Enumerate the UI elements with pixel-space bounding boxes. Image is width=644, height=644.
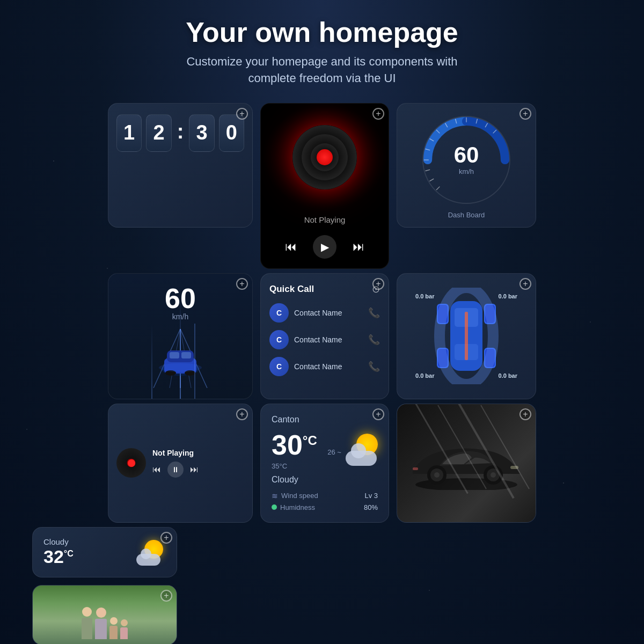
clock-hour-tens: 1 <box>116 114 142 152</box>
clock-min-ones: 0 <box>219 114 244 152</box>
car-speed-add-button[interactable]: + <box>236 278 248 290</box>
weather-small-add-button[interactable]: + <box>160 532 172 544</box>
weather-large-condition: Cloudy <box>272 475 378 485</box>
cloud-icon <box>346 451 377 466</box>
tire-visual: 0.0 bar 0.0 bar 0.0 bar 0.0 bar <box>413 288 520 384</box>
music-small-next[interactable]: ⏭ <box>190 465 199 474</box>
music-controls: ⏮ ▶ ⏭ <box>285 229 364 268</box>
car-speed-unit: km/h <box>172 312 188 321</box>
gauge-speed: 60 km/h <box>454 144 479 176</box>
humidity-label: Humidness <box>272 503 315 511</box>
contact-name-2: Contact Name <box>294 335 342 344</box>
family-figures <box>82 607 128 644</box>
qc-title: Quick Call <box>269 284 314 295</box>
contact-name-1: Contact Name <box>294 309 342 317</box>
contact-avatar-3: C <box>269 357 289 376</box>
figure-4 <box>120 619 128 639</box>
contact-row-2: C Contact Name 📞 <box>269 330 380 349</box>
svg-point-46 <box>491 472 496 478</box>
gauge-number: 60 <box>454 144 479 166</box>
clock-add-button[interactable]: + <box>236 108 248 120</box>
not-playing-label: Not Playing <box>304 215 346 224</box>
weather-small-widget: + Cloudy 32°C <box>32 527 177 577</box>
vinyl-record <box>292 125 357 189</box>
svg-rect-48 <box>413 467 418 470</box>
family-photo-widget: + <box>32 585 177 644</box>
weather-small-temp: 32°C <box>43 546 74 567</box>
tire-pressure-widget: + 0.0 bar 0.0 bar 0.0 bar 0.0 bar <box>397 273 536 399</box>
music-small-title: Not Playing <box>152 449 244 457</box>
weather-large-widget: + Canton 30°C 26 ~ 35°C Cloudy ≋ Wind sp… <box>260 404 389 523</box>
row-3: + Not Playing ⏮ ⏸ ⏭ + Canton 30°C 26 ~ 3… <box>0 399 644 523</box>
row-2: + 60 km/h <box>0 269 644 399</box>
vinyl-center <box>317 149 333 165</box>
weather-icon <box>136 537 166 567</box>
weather-large-top: 30°C 26 ~ 35°C <box>272 429 378 471</box>
weather-city: Canton <box>272 415 378 425</box>
car-speed-widget: + 60 km/h <box>108 273 253 399</box>
wind-value: Lv 3 <box>364 492 378 500</box>
wind-label: ≋ Wind speed <box>272 492 318 500</box>
humidity-icon <box>272 504 277 510</box>
cloud-small-icon <box>136 554 160 566</box>
quick-call-widget: + Quick Call ⊙ C Contact Name 📞 C Contac… <box>260 273 389 399</box>
call-icon-1[interactable]: 📞 <box>368 307 380 319</box>
weather-details: ≋ Wind speed Lv 3 Humidness 80% <box>272 492 378 511</box>
weather-small-row: Cloudy 32°C <box>43 537 166 567</box>
wind-row: ≋ Wind speed Lv 3 <box>272 492 378 500</box>
vinyl-container <box>261 104 389 211</box>
figure-1 <box>82 607 92 639</box>
vinyl-small-center <box>128 459 135 467</box>
prev-button[interactable]: ⏮ <box>285 240 297 254</box>
humidity-row: Humidness 80% <box>272 503 378 511</box>
music-small-prev[interactable]: ⏮ <box>152 465 161 474</box>
sports-car-bg <box>397 404 536 522</box>
contact-name-3: Contact Name <box>294 362 342 371</box>
wind-icon: ≋ <box>272 492 278 500</box>
car-photo-add-button[interactable]: + <box>519 408 531 420</box>
sports-car-svg <box>407 436 525 490</box>
next-button[interactable]: ⏭ <box>353 240 364 254</box>
dash-label: Dash Board <box>448 211 485 219</box>
svg-point-26 <box>159 363 202 372</box>
clock-min-tens: 3 <box>189 114 214 152</box>
row-4: + Cloudy 32°C + <box>0 523 644 644</box>
clock-hour-ones: 2 <box>146 114 171 152</box>
svg-point-43 <box>434 472 440 478</box>
car-svg <box>143 329 218 388</box>
row-1: + 1 2 : 3 0 + Not Playing ⏮ ▶ ⏭ + <box>0 98 644 269</box>
svg-rect-30 <box>465 312 468 360</box>
page-subtitle: Customize your homepage and its componen… <box>11 54 633 87</box>
clock-display: 1 2 : 3 0 <box>108 104 252 163</box>
vinyl-small <box>116 448 146 478</box>
weather-large-add-button[interactable]: + <box>372 408 384 420</box>
play-button[interactable]: ▶ <box>313 235 336 259</box>
call-icon-3[interactable]: 📞 <box>368 361 380 372</box>
left-bottom-col: + Cloudy 32°C + <box>32 527 177 644</box>
contact-avatar-2: C <box>269 330 289 349</box>
quick-call-add-button[interactable]: + <box>372 278 384 290</box>
svg-rect-23 <box>181 352 191 358</box>
svg-rect-22 <box>170 352 179 358</box>
figure-3 <box>109 617 118 639</box>
music-large-add-button[interactable]: + <box>372 108 384 120</box>
contact-row-1: C Contact Name 📞 <box>269 303 380 323</box>
family-photo-add-button[interactable]: + <box>160 590 172 602</box>
figure-2 <box>95 608 107 639</box>
weather-large-icon <box>346 434 378 466</box>
music-small-add-button[interactable]: + <box>236 408 248 420</box>
contact-row-3: C Contact Name 📞 <box>269 357 380 376</box>
call-icon-2[interactable]: 📞 <box>368 334 380 346</box>
tire-add-button[interactable]: + <box>519 278 531 290</box>
family-photo <box>33 586 177 644</box>
clock-widget: + 1 2 : 3 0 <box>108 103 253 228</box>
music-player-large: + Not Playing ⏮ ▶ ⏭ <box>260 103 389 269</box>
car-speed-number: 60 <box>165 284 196 312</box>
car-speed-visual <box>143 329 218 388</box>
weather-large-temp: 30°C <box>272 429 325 460</box>
tire-car-svg <box>413 288 520 384</box>
dashboard-add-button[interactable]: + <box>519 108 531 120</box>
music-small-pause[interactable]: ⏸ <box>167 462 184 478</box>
gauge-unit: km/h <box>459 167 474 175</box>
weather-small-condition: Cloudy <box>43 537 74 546</box>
